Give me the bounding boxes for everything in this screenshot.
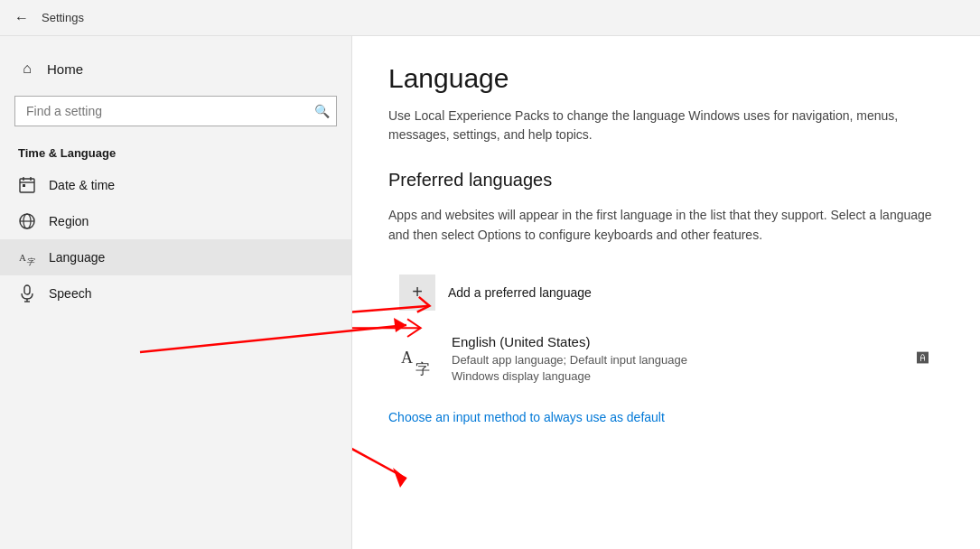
date-time-label: Date & time bbox=[49, 178, 115, 192]
english-language-icon: A 字 bbox=[399, 340, 439, 379]
svg-text:字: 字 bbox=[415, 361, 430, 377]
svg-text:A: A bbox=[19, 252, 26, 263]
svg-marker-16 bbox=[393, 468, 406, 488]
add-language-label: Add a preferred language bbox=[448, 285, 592, 300]
back-button[interactable]: ← bbox=[11, 7, 33, 29]
title-bar: ← Settings bbox=[0, 0, 980, 36]
sidebar-item-date-time[interactable]: Date & time bbox=[0, 167, 351, 203]
sidebar-section-title: Time & Language bbox=[0, 135, 351, 167]
sidebar-item-speech[interactable]: Speech bbox=[0, 275, 351, 312]
sidebar-item-region[interactable]: Region bbox=[0, 203, 351, 239]
preferred-languages-desc: Apps and websites will appear in the fir… bbox=[388, 205, 944, 246]
content-description: Use Local Experience Packs to change the… bbox=[388, 107, 944, 144]
svg-rect-0 bbox=[20, 179, 34, 192]
home-label: Home bbox=[47, 61, 83, 77]
english-language-name: English (United States) bbox=[452, 334, 933, 349]
english-language-details: English (United States) Default app lang… bbox=[452, 334, 933, 385]
svg-text:*: * bbox=[924, 357, 928, 366]
home-icon: ⌂ bbox=[18, 60, 36, 78]
search-box: 🔍 bbox=[14, 96, 337, 126]
sidebar-item-language[interactable]: A 字 Language bbox=[0, 239, 351, 275]
search-button[interactable]: 🔍 bbox=[314, 104, 330, 118]
language-icon: A 字 bbox=[18, 248, 36, 266]
date-time-icon bbox=[18, 176, 36, 194]
svg-text:字: 字 bbox=[26, 257, 35, 266]
speech-label: Speech bbox=[49, 286, 91, 301]
region-icon bbox=[18, 212, 36, 230]
language-label: Language bbox=[49, 250, 105, 265]
sidebar: ⌂ Home 🔍 Time & Language Date & time bbox=[0, 36, 352, 549]
region-label: Region bbox=[49, 214, 89, 228]
search-input[interactable] bbox=[14, 96, 337, 126]
preferred-languages-heading: Preferred languages bbox=[388, 170, 944, 191]
title-bar-title: Settings bbox=[42, 11, 84, 24]
english-language-desc-line2: Windows display language bbox=[452, 368, 933, 385]
svg-rect-4 bbox=[23, 184, 25, 187]
language-item-english[interactable]: A 字 English (United States) Default app … bbox=[388, 323, 944, 395]
add-language-button[interactable]: + Add a preferred language bbox=[388, 265, 602, 320]
plus-icon: + bbox=[399, 274, 435, 311]
english-language-desc-line1: Default app language; Default input lang… bbox=[452, 352, 933, 368]
main-layout: ⌂ Home 🔍 Time & Language Date & time bbox=[0, 36, 980, 549]
language-options-icon: 🅰 * bbox=[915, 348, 933, 370]
svg-rect-10 bbox=[24, 285, 30, 294]
content-area: Language Use Local Experience Packs to c… bbox=[352, 36, 980, 549]
sidebar-item-home[interactable]: ⌂ Home bbox=[0, 51, 351, 87]
page-title: Language bbox=[388, 63, 944, 94]
speech-icon bbox=[18, 284, 36, 302]
svg-text:A: A bbox=[401, 349, 413, 367]
input-method-link[interactable]: Choose an input method to always use as … bbox=[388, 410, 665, 424]
